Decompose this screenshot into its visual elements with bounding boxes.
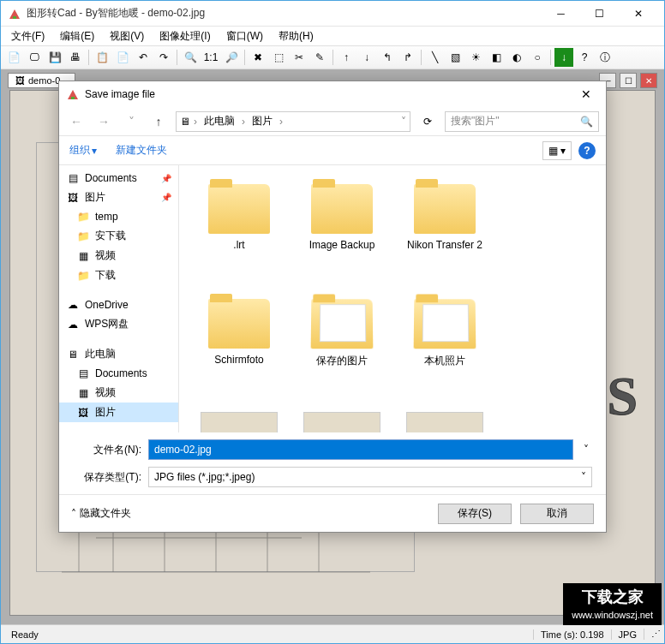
- cancel-button[interactable]: 取消: [520, 504, 594, 524]
- nav-recent-button[interactable]: ˅: [121, 111, 141, 132]
- tb-arrow-r[interactable]: ↱: [398, 48, 417, 67]
- doc-close-button[interactable]: ✕: [640, 73, 657, 88]
- doc-max-button[interactable]: ☐: [620, 73, 637, 88]
- tb-contrast[interactable]: ◧: [487, 48, 506, 67]
- sidebar-item-5[interactable]: 📁下载: [59, 265, 178, 285]
- view-mode-button[interactable]: ▦ ▾: [542, 141, 572, 160]
- file-item[interactable]: Nikon Transfer 2: [393, 174, 496, 285]
- tb-open[interactable]: 🖵: [25, 48, 44, 67]
- sidebar-item-3[interactable]: 📁安下载: [59, 226, 178, 246]
- bc-dropdown[interactable]: ˅: [401, 116, 406, 128]
- tb-redo[interactable]: ↷: [154, 48, 173, 67]
- filetype-dropdown[interactable]: JPG files (*.jpg;*.jpeg) ˅: [148, 467, 592, 487]
- minimize-button[interactable]: ─: [542, 1, 580, 26]
- tb-help[interactable]: ?: [575, 48, 594, 67]
- tb-info[interactable]: ⓘ: [596, 48, 614, 67]
- menu-edit[interactable]: 编辑(E): [53, 27, 101, 45]
- nav-forward-button[interactable]: →: [93, 111, 114, 132]
- tb-save[interactable]: 💾: [45, 48, 64, 67]
- sidebar-item-0[interactable]: ▤Documents📌: [59, 169, 178, 188]
- tb-select[interactable]: ⬚: [269, 48, 288, 67]
- tb-arrow-down[interactable]: ↓: [357, 48, 376, 67]
- tb-zoom-out[interactable]: 🔎: [222, 48, 241, 67]
- nav-up-button[interactable]: ↑: [148, 111, 169, 132]
- tb-print[interactable]: 🖶: [66, 48, 85, 67]
- tb-crop[interactable]: ✂: [290, 48, 309, 67]
- bc-sep: ›: [279, 116, 283, 128]
- menu-image[interactable]: 图像处理(I): [153, 27, 217, 45]
- breadcrumb[interactable]: 🖥 › 此电脑 › 图片 › ˅: [176, 111, 410, 132]
- menu-file[interactable]: 文件(F): [4, 27, 51, 45]
- tb-bright[interactable]: ☀: [466, 48, 485, 67]
- tb-zoom-in[interactable]: 🔍: [181, 48, 200, 67]
- tb-nw[interactable]: ▧: [446, 48, 464, 67]
- help-button[interactable]: ?: [578, 142, 596, 159]
- tb-pointer[interactable]: ✖: [249, 48, 267, 67]
- doc-tab-controls: ─ ☐ ✕: [599, 73, 657, 88]
- tb-sep: [244, 50, 245, 65]
- app-icon: [8, 7, 21, 21]
- tb-zoom-11[interactable]: 1:1: [201, 48, 220, 67]
- filename-dropdown[interactable]: ˅: [580, 444, 592, 456]
- tb-run[interactable]: ↓: [554, 48, 573, 67]
- search-input[interactable]: 搜索"图片" 🔍: [445, 111, 599, 132]
- image-icon: [303, 412, 380, 432]
- hide-folders-toggle[interactable]: ˄ 隐藏文件夹: [71, 506, 131, 521]
- sidebar-item-13[interactable]: 🖼图片: [59, 402, 178, 422]
- tb-dropper[interactable]: ✎: [310, 48, 329, 67]
- sidebar-item-8[interactable]: ☁WPS网盘: [59, 314, 178, 334]
- tb-paste[interactable]: 📄: [113, 48, 132, 67]
- sidebar-item-2[interactable]: 📁temp: [59, 207, 178, 226]
- tb-arrow-up[interactable]: ↑: [337, 48, 356, 67]
- bc-this-pc[interactable]: 此电脑: [201, 114, 238, 128]
- tb-undo[interactable]: ↶: [134, 48, 153, 67]
- sidebar-item-7[interactable]: ☁OneDrive: [59, 295, 178, 314]
- sidebar-item-11[interactable]: ▤Documents: [59, 364, 178, 383]
- menu-view[interactable]: 视图(V): [103, 27, 151, 45]
- file-item[interactable]: demo-08.jpg: [291, 403, 393, 432]
- file-item[interactable]: demo-02.jpg: [188, 403, 291, 432]
- file-item[interactable]: Image Backup: [291, 174, 393, 285]
- menu-bar: 文件(F) 编辑(E) 视图(V) 图像处理(I) 窗口(W) 帮助(H): [1, 27, 664, 45]
- file-item[interactable]: [393, 403, 496, 432]
- nav-back-button[interactable]: ←: [66, 111, 87, 132]
- tb-copy[interactable]: 📋: [93, 48, 111, 67]
- title-bar: 图形转Cad - By智能地暖 - demo-02.jpg ─ ☐ ✕: [1, 1, 664, 27]
- sidebar-item-12[interactable]: ▦视频: [59, 383, 178, 402]
- file-item[interactable]: 保存的图片: [291, 289, 393, 400]
- folder-icon: 📁: [76, 230, 90, 243]
- tb-sep: [177, 50, 177, 65]
- sidebar-item-label: 此电脑: [85, 347, 116, 361]
- chevron-down-icon: ˅: [581, 471, 586, 483]
- file-item[interactable]: Schirmfoto: [188, 289, 291, 400]
- save-button[interactable]: 保存(S): [438, 504, 512, 524]
- new-folder-button[interactable]: 新建文件夹: [111, 140, 172, 161]
- doc-icon: ▤: [76, 367, 90, 380]
- dialog-fields: 文件名(N): ˅ 保存类型(T): JPG files (*.jpg;*.jp…: [59, 432, 606, 494]
- organize-button[interactable]: 组织 ▾: [69, 143, 97, 158]
- status-format: JPG: [611, 629, 644, 640]
- bc-pictures[interactable]: 图片: [249, 114, 276, 128]
- tb-adjust[interactable]: ◐: [507, 48, 526, 67]
- file-item[interactable]: 本机照片: [393, 289, 496, 400]
- tb-new[interactable]: 📄: [4, 48, 23, 67]
- tb-arrow-l[interactable]: ↰: [378, 48, 397, 67]
- sidebar-item-10[interactable]: 🖥此电脑: [59, 344, 178, 364]
- tb-circle[interactable]: ○: [528, 48, 547, 67]
- pic-icon: 🖼: [66, 191, 80, 205]
- sidebar-item-label: Documents: [85, 172, 137, 184]
- sidebar: ▤Documents📌🖼图片📌📁temp📁安下载▦视频📁下载☁OneDrive☁…: [59, 165, 179, 432]
- file-label: Nikon Transfer 2: [407, 239, 482, 251]
- menu-window[interactable]: 窗口(W): [219, 27, 270, 45]
- status-resize-grip[interactable]: ⋰: [644, 629, 661, 640]
- maximize-button[interactable]: ☐: [580, 1, 619, 26]
- filename-input[interactable]: [148, 439, 573, 460]
- tb-line[interactable]: ╲: [425, 48, 444, 67]
- dialog-close-button[interactable]: ✕: [573, 82, 599, 106]
- close-button[interactable]: ✕: [619, 1, 657, 26]
- sidebar-item-4[interactable]: ▦视频: [59, 246, 178, 265]
- menu-help[interactable]: 帮助(H): [272, 27, 321, 45]
- sidebar-item-1[interactable]: 🖼图片📌: [59, 188, 178, 207]
- file-item[interactable]: .lrt: [188, 174, 291, 285]
- refresh-button[interactable]: ⟳: [417, 111, 438, 132]
